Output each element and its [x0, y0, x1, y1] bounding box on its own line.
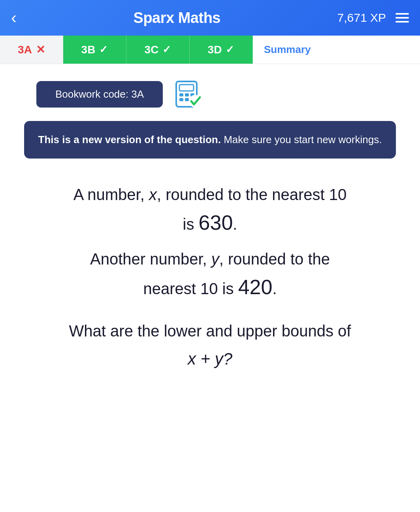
tab-3d-icon: ✓ [226, 43, 234, 56]
tab-summary[interactable]: Summary [253, 36, 420, 64]
tab-3c-label: 3C [145, 43, 159, 56]
menu-line-1 [396, 13, 409, 15]
bookwork-row: Bookwork code: 3A [36, 80, 202, 108]
question-line-5: What are the lower and upper bounds of [17, 319, 404, 343]
svg-rect-6 [185, 98, 189, 101]
question-area: A number, x, rounded to the nearest 10 i… [17, 182, 404, 368]
svg-rect-1 [179, 85, 194, 91]
svg-rect-5 [179, 98, 183, 101]
notice-box: This is a new version of the question. M… [24, 121, 396, 159]
app-title: Sparx Maths [134, 9, 220, 26]
question-math-expr: x + y? [17, 350, 404, 368]
tab-3c[interactable]: 3C ✓ [126, 36, 190, 64]
tab-3c-icon: ✓ [162, 43, 171, 56]
question-line-2: is 630. [17, 207, 404, 239]
tab-3a-label: 3A [18, 43, 32, 56]
question-line-1: A number, x, rounded to the nearest 10 [17, 182, 404, 207]
tab-3a[interactable]: 3A ✕ [0, 36, 63, 64]
value-420: 420 [238, 276, 273, 299]
back-button[interactable]: ‹ [11, 9, 17, 26]
notice-rest: Make sure you start new workings. [221, 134, 382, 145]
tab-3b-icon: ✓ [99, 43, 108, 56]
value-630: 630 [199, 211, 233, 234]
app-header: ‹ Sparx Maths 7,671 XP [0, 0, 420, 36]
tab-3b[interactable]: 3B ✓ [63, 36, 126, 64]
tab-3d-label: 3D [208, 43, 222, 56]
menu-button[interactable] [396, 13, 409, 23]
summary-tab-label: Summary [264, 43, 311, 56]
svg-rect-3 [185, 93, 189, 96]
header-right: 7,671 XP [337, 11, 409, 25]
main-content: Bookwork code: 3A This is a new version … [0, 64, 420, 384]
tab-3a-icon: ✕ [36, 43, 45, 56]
calculator-icon [174, 80, 202, 108]
xp-display: 7,671 XP [337, 11, 386, 25]
svg-rect-2 [179, 93, 183, 96]
notice-bold: This is a new version of the question. [38, 134, 221, 145]
question-line-4: nearest 10 is 420. [17, 271, 404, 303]
bookwork-code-button[interactable]: Bookwork code: 3A [36, 81, 163, 108]
tabs-row: 3A ✕ 3B ✓ 3C ✓ 3D ✓ Summary [0, 36, 420, 64]
question-line-3: Another number, y, rounded to the [17, 247, 404, 271]
menu-line-2 [396, 17, 409, 19]
tab-3d[interactable]: 3D ✓ [190, 36, 253, 64]
menu-line-3 [396, 21, 409, 23]
tab-3b-label: 3B [81, 43, 96, 56]
